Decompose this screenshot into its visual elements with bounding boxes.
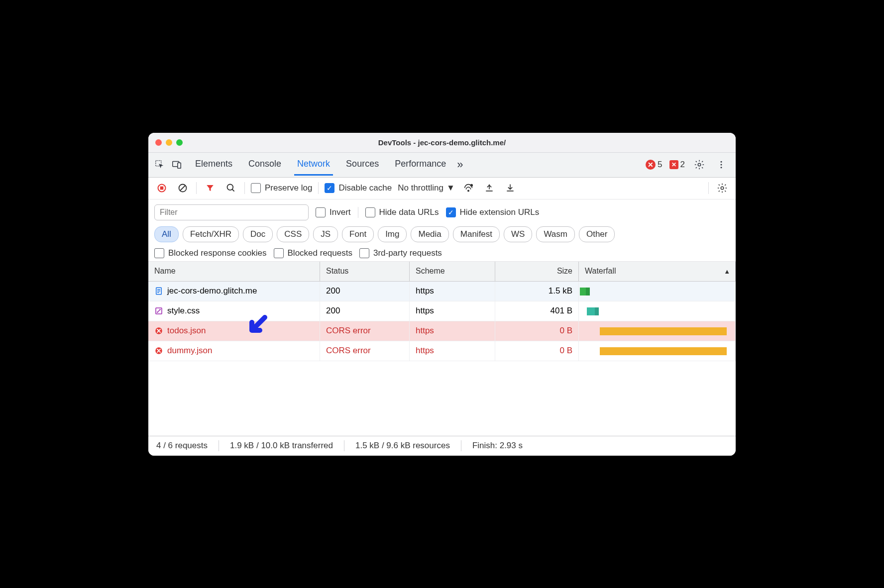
column-scheme[interactable]: Scheme	[410, 262, 495, 281]
resources-size: 1.5 kB / 9.6 kB resources	[355, 441, 450, 451]
chip-media[interactable]: Media	[411, 226, 448, 242]
throttling-select[interactable]: No throttling ▼	[398, 183, 455, 193]
issue-count: 2	[680, 160, 685, 170]
table-row[interactable]: style.css200https401 B	[148, 301, 736, 321]
record-icon[interactable]	[154, 181, 169, 196]
tab-console[interactable]: Console	[245, 154, 284, 176]
export-har-icon[interactable]	[482, 181, 497, 196]
more-tabs-icon[interactable]: »	[457, 158, 463, 171]
chip-ws[interactable]: WS	[504, 226, 532, 242]
svg-rect-8	[160, 187, 164, 190]
throttling-value: No throttling	[398, 183, 443, 193]
table-header: Name Status Scheme Size Waterfall ▲	[148, 262, 736, 282]
preserve-log-checkbox[interactable]: Preserve log	[251, 183, 312, 193]
invert-checkbox[interactable]: Invert	[316, 207, 351, 217]
cell-scheme: https	[410, 341, 495, 361]
svg-point-6	[721, 167, 722, 168]
cell-waterfall	[579, 321, 736, 341]
chip-font[interactable]: Font	[342, 226, 374, 242]
chip-other[interactable]: Other	[579, 226, 615, 242]
cell-size: 0 B	[495, 341, 579, 361]
checkbox-icon	[365, 207, 375, 217]
tabs-bar: Elements Console Network Sources Perform…	[148, 153, 736, 178]
cell-waterfall	[579, 282, 736, 301]
issues-badge[interactable]: ✕ 2	[669, 160, 685, 170]
network-conditions-icon[interactable]	[461, 181, 476, 196]
sort-ascending-icon: ▲	[724, 268, 730, 275]
chip-all[interactable]: All	[154, 226, 179, 242]
hide-ext-urls-label: Hide extension URLs	[460, 207, 540, 217]
invert-label: Invert	[330, 207, 351, 217]
chevron-down-icon: ▼	[446, 183, 455, 193]
cell-name: todos.json	[148, 321, 320, 341]
finish-time: Finish: 2.93 s	[472, 441, 523, 451]
third-party-checkbox[interactable]: 3rd-party requests	[359, 248, 442, 258]
column-name[interactable]: Name	[148, 262, 320, 281]
blocked-cookies-label: Blocked response cookies	[168, 248, 267, 258]
annotation-arrow-icon	[246, 313, 270, 339]
chip-css[interactable]: CSS	[277, 226, 309, 242]
inspect-icon[interactable]	[152, 157, 167, 172]
cell-size: 401 B	[495, 301, 579, 321]
column-status[interactable]: Status	[320, 262, 410, 281]
preserve-log-label: Preserve log	[265, 183, 312, 193]
kebab-menu-icon[interactable]	[714, 157, 729, 172]
svg-point-10	[227, 185, 233, 191]
cell-size: 0 B	[495, 321, 579, 341]
cell-waterfall	[579, 301, 736, 321]
chip-manifest[interactable]: Manifest	[453, 226, 500, 242]
errors-badge[interactable]: ✕ 5	[646, 160, 662, 170]
table-row[interactable]: todos.jsonCORS errorhttps0 B	[148, 321, 736, 341]
chip-js[interactable]: JS	[313, 226, 338, 242]
traffic-lights	[155, 139, 183, 146]
table-row[interactable]: jec-cors-demo.glitch.me200https1.5 kB	[148, 282, 736, 301]
panel-settings-icon[interactable]	[715, 181, 730, 196]
devtools-window: DevTools - jec-cors-demo.glitch.me/ Elem…	[148, 133, 736, 456]
clear-icon[interactable]	[175, 181, 190, 196]
error-count: 5	[658, 160, 662, 170]
third-party-label: 3rd-party requests	[373, 248, 442, 258]
disable-cache-checkbox[interactable]: ✓ Disable cache	[325, 183, 392, 193]
blocked-cookies-checkbox[interactable]: Blocked response cookies	[154, 248, 267, 258]
cell-name: dummy.json	[148, 341, 320, 361]
cell-status: CORS error	[320, 321, 410, 341]
hide-data-urls-checkbox[interactable]: Hide data URLs	[365, 207, 439, 217]
chip-wasm[interactable]: Wasm	[536, 226, 575, 242]
transferred-size: 1.9 kB / 10.0 kB transferred	[230, 441, 333, 451]
column-size[interactable]: Size	[495, 262, 579, 281]
search-icon[interactable]	[223, 181, 238, 196]
cell-scheme: https	[410, 301, 495, 321]
close-icon[interactable]	[155, 139, 162, 146]
chip-img[interactable]: Img	[378, 226, 407, 242]
checkbox-icon	[154, 248, 164, 258]
chip-fetch-xhr[interactable]: Fetch/XHR	[183, 226, 239, 242]
issue-icon: ✕	[669, 160, 678, 169]
maximize-icon[interactable]	[176, 139, 183, 146]
blocked-requests-checkbox[interactable]: Blocked requests	[274, 248, 352, 258]
filter-input[interactable]	[154, 204, 309, 220]
blocked-requests-label: Blocked requests	[288, 248, 352, 258]
tab-performance[interactable]: Performance	[392, 154, 449, 176]
settings-icon[interactable]	[692, 157, 707, 172]
tab-sources[interactable]: Sources	[343, 154, 382, 176]
import-har-icon[interactable]	[503, 181, 518, 196]
window-title: DevTools - jec-cors-demo.glitch.me/	[148, 138, 736, 147]
hide-data-urls-label: Hide data URLs	[379, 207, 439, 217]
column-waterfall[interactable]: Waterfall ▲	[579, 262, 736, 281]
tab-elements[interactable]: Elements	[192, 154, 235, 176]
disable-cache-label: Disable cache	[338, 183, 392, 193]
tab-network[interactable]: Network	[294, 154, 333, 176]
cell-status: 200	[320, 301, 410, 321]
chip-doc[interactable]: Doc	[243, 226, 273, 242]
cell-scheme: https	[410, 282, 495, 301]
table-row[interactable]: dummy.jsonCORS errorhttps0 B	[148, 341, 736, 361]
svg-point-13	[721, 187, 724, 190]
hide-extension-urls-checkbox[interactable]: ✓ Hide extension URLs	[446, 207, 540, 217]
device-toolbar-icon[interactable]	[169, 157, 184, 172]
requests-count: 4 / 6 requests	[156, 441, 208, 451]
cell-status: 200	[320, 282, 410, 301]
type-filter-chips: AllFetch/XHRDocCSSJSFontImgMediaManifest…	[154, 226, 730, 242]
filter-icon[interactable]	[203, 181, 218, 196]
cell-status: CORS error	[320, 341, 410, 361]
minimize-icon[interactable]	[166, 139, 172, 146]
